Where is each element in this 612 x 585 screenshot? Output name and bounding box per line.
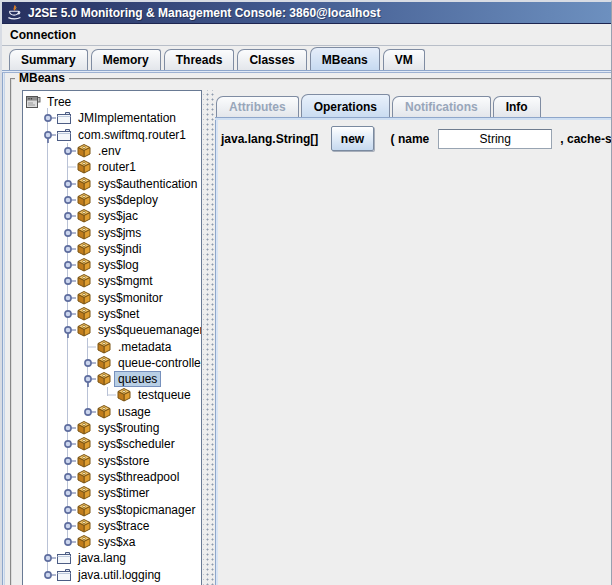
tree-collapsed-handle[interactable] [60, 502, 76, 518]
tree-node[interactable]: sys$net [23, 306, 201, 322]
tree-node[interactable]: .metadata [23, 338, 201, 354]
tree-collapsed-handle[interactable] [60, 192, 76, 208]
tree-node-label[interactable]: sys$net [95, 307, 142, 321]
tree-node[interactable]: router1 [23, 159, 201, 175]
tree-node-label[interactable]: sys$xa [95, 535, 138, 549]
tree-collapsed-handle[interactable] [60, 534, 76, 550]
tree-collapsed-handle[interactable] [60, 225, 76, 241]
tree-collapsed-handle[interactable] [60, 290, 76, 306]
split-pane-divider[interactable] [203, 90, 215, 585]
tree-node-label[interactable]: router1 [95, 160, 139, 174]
tree-node[interactable]: sys$monitor [23, 290, 201, 306]
tree-node-label[interactable]: .metadata [115, 340, 174, 354]
tree-expanded-handle[interactable] [40, 127, 56, 143]
tree-node-label[interactable]: sys$monitor [95, 291, 166, 305]
tree-node[interactable]: queues [23, 371, 201, 387]
tree-node-label[interactable]: .env [95, 144, 124, 158]
tree-collapsed-handle[interactable] [60, 241, 76, 257]
tree-node[interactable]: queue-controllers [23, 355, 201, 371]
mbean-tree[interactable]: TreeJMImplementationcom.swiftmq.router1.… [22, 90, 202, 585]
tree-node-label[interactable]: usage [115, 405, 154, 419]
tree-node-label[interactable]: Tree [44, 95, 74, 109]
tree-node[interactable]: java.util.logging [23, 567, 201, 583]
tree-node[interactable]: testqueue [23, 387, 201, 403]
tree-collapsed-handle[interactable] [60, 469, 76, 485]
tree-collapsed-handle[interactable] [60, 518, 76, 534]
tree-node[interactable]: com.swiftmq.router1 [23, 127, 201, 143]
tree-node-label[interactable]: sys$jndi [95, 242, 144, 256]
tree-node[interactable]: sys$xa [23, 534, 201, 550]
tree-node[interactable]: JMImplementation [23, 110, 201, 126]
tree-collapsed-handle[interactable] [40, 567, 56, 583]
tree-collapsed-handle[interactable] [60, 208, 76, 224]
tree-node-label[interactable]: sys$authentication [95, 177, 200, 191]
tree-expanded-handle[interactable] [60, 322, 76, 338]
tree-node[interactable]: Tree [23, 94, 201, 110]
tree-node-label[interactable]: sys$routing [95, 421, 162, 435]
menu-connection[interactable]: Connection [2, 26, 84, 44]
tab-operations[interactable]: Operations [301, 94, 390, 117]
tree-node[interactable]: sys$log [23, 257, 201, 273]
tree-node-label[interactable]: queues [115, 372, 160, 386]
tree-node[interactable]: sys$jac [23, 208, 201, 224]
tree-collapsed-handle[interactable] [60, 176, 76, 192]
tree-collapsed-handle[interactable] [60, 306, 76, 322]
tree-collapsed-handle[interactable] [60, 420, 76, 436]
tree-node-label[interactable]: sys$mgmt [95, 274, 156, 288]
tree-collapsed-handle[interactable] [60, 453, 76, 469]
tab-memory[interactable]: Memory [91, 49, 161, 70]
tree-node-label[interactable]: sys$log [95, 258, 142, 272]
tree-collapsed-handle[interactable] [80, 404, 96, 420]
tree-node-label[interactable]: java.lang [75, 551, 129, 565]
tree-node-label[interactable]: sys$topicmanager [95, 503, 198, 517]
tree-node[interactable]: sys$authentication [23, 175, 201, 191]
tree-node[interactable]: usage [23, 404, 201, 420]
tree-collapsed-handle[interactable] [60, 257, 76, 273]
tree-node-label[interactable]: queue-controllers [115, 356, 202, 370]
tree-node[interactable]: sys$queuemanager [23, 322, 201, 338]
tree-node[interactable]: sys$jndi [23, 241, 201, 257]
tree-node[interactable]: sys$deploy [23, 192, 201, 208]
tree-node-label[interactable]: sys$deploy [95, 193, 161, 207]
tree-node[interactable]: .env [23, 143, 201, 159]
tree-node[interactable]: sys$threadpool [23, 469, 201, 485]
tree-node[interactable]: sys$mgmt [23, 273, 201, 289]
tree-node-label[interactable]: com.swiftmq.router1 [75, 128, 189, 142]
tree-node-label[interactable]: JMImplementation [75, 111, 179, 125]
tree-collapsed-handle[interactable] [40, 110, 56, 126]
tree-node[interactable]: sys$scheduler [23, 436, 201, 452]
tree-node[interactable]: sys$routing [23, 420, 201, 436]
tree-node-label[interactable]: sys$scheduler [95, 437, 178, 451]
tree-node-label[interactable]: sys$timer [95, 486, 152, 500]
tree-collapsed-handle[interactable] [80, 355, 96, 371]
window-titlebar[interactable]: J2SE 5.0 Monitoring & Management Console… [2, 2, 611, 24]
invoke-new-button[interactable]: new [331, 126, 373, 151]
tree-node-label[interactable]: java.util.logging [75, 568, 164, 582]
tree-node-label[interactable]: sys$queuemanager [95, 323, 202, 337]
tab-summary[interactable]: Summary [9, 49, 88, 70]
tab-threads[interactable]: Threads [164, 49, 235, 70]
tree-collapsed-handle[interactable] [40, 550, 56, 566]
tab-vm[interactable]: VM [383, 49, 425, 70]
tab-info[interactable]: Info [493, 96, 541, 117]
tree-collapsed-handle[interactable] [60, 485, 76, 501]
tree-collapsed-handle[interactable] [60, 273, 76, 289]
tree-collapsed-handle[interactable] [60, 143, 76, 159]
tree-node[interactable]: sys$topicmanager [23, 501, 201, 517]
tree-collapsed-handle[interactable] [60, 436, 76, 452]
tree-node[interactable]: java.lang [23, 550, 201, 566]
tree-node-label[interactable]: sys$threadpool [95, 470, 182, 484]
tree-node[interactable]: sys$timer [23, 485, 201, 501]
tree-node-label[interactable]: sys$trace [95, 519, 152, 533]
tree-node-label[interactable]: sys$store [95, 454, 152, 468]
param-name-input[interactable] [438, 129, 552, 149]
tree-node-label[interactable]: sys$jac [95, 209, 141, 223]
tree-node[interactable]: sys$store [23, 453, 201, 469]
tab-mbeans[interactable]: MBeans [310, 47, 380, 70]
tab-classes[interactable]: Classes [237, 49, 306, 70]
tree-node-label[interactable]: testqueue [135, 388, 194, 402]
tree-node[interactable]: sys$trace [23, 518, 201, 534]
tree-node-label[interactable]: sys$jms [95, 226, 144, 240]
tree-node[interactable]: sys$jms [23, 224, 201, 240]
tree-expanded-handle[interactable] [80, 371, 96, 387]
